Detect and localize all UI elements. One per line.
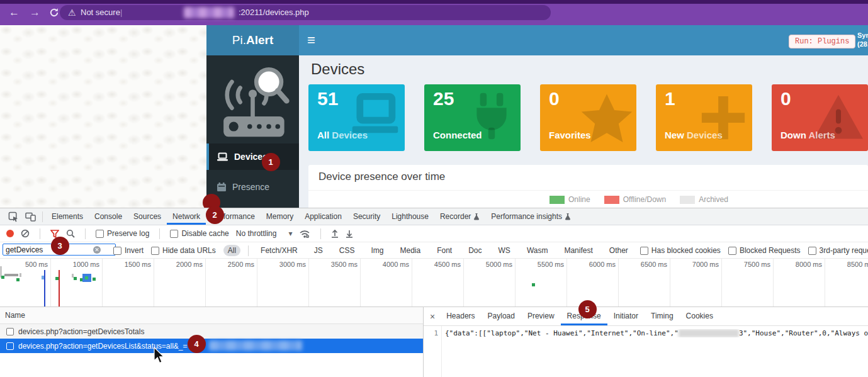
network-filter-row: ✕ Invert Hide data URLs All Fetch/XHR JS… [0,242,868,259]
request-details-pane: × Headers Payload Preview Response Initi… [423,307,868,377]
experiment-flask-icon [565,213,571,220]
timeline-activity-mark [59,270,60,307]
app-logo[interactable]: Pi.Alert [206,25,299,55]
timeline-gridline [154,259,154,307]
devtools-tab-application[interactable]: Application [299,208,347,225]
search-button[interactable] [66,229,75,238]
warning-icon: ⚠ [68,5,76,20]
stat-card-favorites[interactable]: 0 Favorites [540,84,636,151]
annotation-marker-3: 3 [51,237,69,255]
timeline-tick-label: 3000 ms [262,261,306,268]
url-text: :20211/devices.php [239,5,309,20]
devtools-panel: Elements Console Sources Network Perform… [0,208,868,377]
checkbox-icon [170,230,178,238]
request-row-devices-totals[interactable]: devices.php?action=getDevicesTotals [0,324,423,339]
filter-chip-fetch-xhr[interactable]: Fetch/XHR [256,245,302,256]
filter-chip-font[interactable]: Font [432,245,456,256]
details-tab-preview[interactable]: Preview [521,307,561,325]
filter-chip-css[interactable]: CSS [335,245,359,256]
filter-chip-doc[interactable]: Doc [464,245,486,256]
request-row-devices-list[interactable]: devices.php?action=getDevicesList&status… [0,339,423,353]
preserve-log-checkbox[interactable]: Preserve log [96,229,149,238]
filter-chip-manifest[interactable]: Manifest [560,245,597,256]
hide-data-urls-checkbox[interactable]: Hide data URLs [151,246,216,255]
timeline-tick-label: 7000 ms [675,261,719,268]
filter-chip-img[interactable]: Img [366,245,388,256]
device-toolbar-button[interactable] [22,211,39,222]
details-tab-headers[interactable]: Headers [440,307,481,325]
request-checkbox[interactable] [6,342,14,350]
inspect-element-button[interactable] [5,211,22,222]
devtools-tab-recorder[interactable]: Recorder [434,208,485,225]
url-divider: | [120,5,122,20]
legend-swatch [550,196,565,204]
card-label: Connected [433,130,482,140]
third-party-requests-checkbox[interactable]: 3rd-party requests [808,246,868,255]
disable-cache-checkbox[interactable]: Disable cache [170,229,228,238]
blocked-requests-checkbox[interactable]: Blocked Requests [728,246,801,255]
timeline-gridline [205,259,206,307]
clear-button[interactable] [21,229,30,238]
name-column-header[interactable]: Name [0,307,423,324]
throttling-select[interactable]: No throttling▾ [236,229,293,238]
stat-card-all-devices[interactable]: 51 All Devices [308,84,405,151]
network-overview-timeline[interactable]: 500 ms1000 ms1500 ms2000 ms2500 ms3000 m… [0,259,868,307]
timeline-activity-mark [532,283,535,286]
timeline-gridline [463,259,464,307]
response-text: {"data":[["laptop","Net - Huawei","Inter… [445,329,679,337]
filter-chip-ws[interactable]: WS [494,245,515,256]
stat-card-connected[interactable]: 25 Connected [424,84,521,151]
devtools-tab-sources[interactable]: Sources [128,208,167,225]
browser-toolbar: ← → ⚠ Not secure | :20211/devices.php [0,0,868,25]
devtools-tab-network[interactable]: Network [167,208,206,225]
filter-options: Invert Hide data URLs All Fetch/XHR JS C… [113,242,868,259]
details-tab-cookies[interactable]: Cookies [680,307,719,325]
filter-chip-wasm[interactable]: Wasm [522,245,553,256]
sidebar-item-devices[interactable]: Devices [206,143,299,170]
devtools-tab-security[interactable]: Security [347,208,386,225]
mouse-cursor [152,347,165,364]
record-button[interactable] [6,230,14,237]
back-button[interactable]: ← [9,7,20,18]
close-details-button[interactable]: × [424,312,440,322]
has-blocked-cookies-checkbox[interactable]: Has blocked cookies [640,246,721,255]
forward-button[interactable]: → [30,7,40,18]
timeline-gridline [412,259,412,307]
presence-panel: Device presence over time Online Offline… [308,165,868,208]
details-tab-initiator[interactable]: Initiator [607,307,645,325]
export-har-button[interactable] [346,229,353,238]
sidebar-item-presence[interactable]: Presence [206,175,299,199]
response-text: 3","House","Router",0,"Always on [739,329,868,337]
details-tab-timing[interactable]: Timing [645,307,680,325]
timeline-tick-label: 5500 ms [520,261,564,268]
chart-legend: Online Offline/Down Archived [550,195,728,204]
filter-chip-js[interactable]: JS [310,245,327,256]
invert-checkbox[interactable]: Invert [113,246,144,255]
import-har-button[interactable] [331,229,339,238]
devtools-tab-console[interactable]: Console [89,208,128,225]
filter-chip-media[interactable]: Media [395,245,425,256]
details-tab-payload[interactable]: Payload [482,307,521,325]
clear-filter-icon[interactable]: ✕ [93,246,101,254]
filter-chip-all[interactable]: All [223,245,240,256]
devtools-tab-memory[interactable]: Memory [261,208,299,225]
hamburger-menu-icon[interactable]: ≡ [307,31,315,49]
timeline-activity-mark [82,274,91,282]
devtools-tab-elements[interactable]: Elements [46,208,89,225]
devtools-tab-lighthouse[interactable]: Lighthouse [386,208,434,225]
devtools-tab-performance-insights[interactable]: Performance insights [485,208,577,225]
request-checkbox[interactable] [6,328,14,335]
run-plugins-button[interactable]: Run: Plugins [789,35,855,48]
request-redacted-text [209,340,302,351]
timeline-gridline [670,259,670,307]
legend-item-archived: Archived [680,195,728,204]
stat-card-new-devices[interactable]: 1 New Devices [656,84,752,151]
annotation-marker-2: 2 [206,206,224,224]
address-bar[interactable]: ⚠ Not secure | :20211/devices.php [60,5,551,20]
stat-card-down-alerts[interactable]: 0 Down Alerts [772,84,868,151]
network-conditions-button[interactable] [299,229,310,239]
pialert-app: Pi.Alert ≡ Run: Plugins Syn (28, [206,25,868,208]
reload-button[interactable] [49,8,59,18]
devtools-tab-bar: Elements Console Sources Network Perform… [0,208,868,225]
filter-chip-other[interactable]: Other [605,245,633,256]
